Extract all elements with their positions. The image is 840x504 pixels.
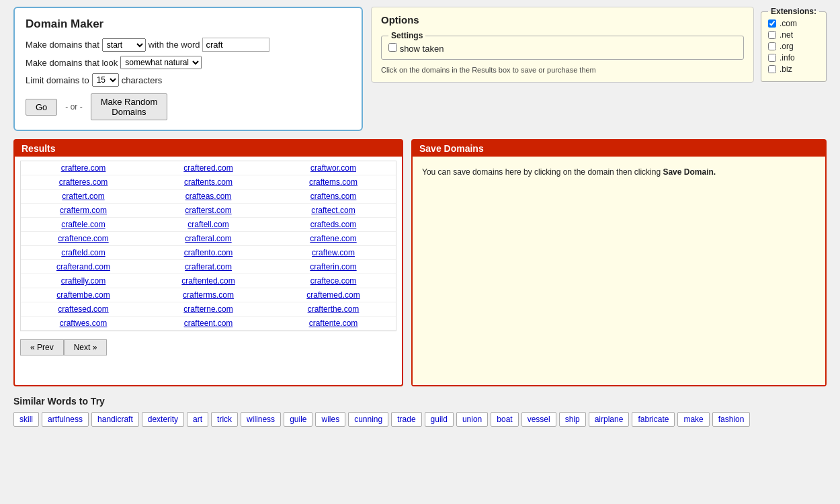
similar-word-link[interactable]: airplane (589, 412, 630, 427)
options-box: Options Settings show taken Click on the… (371, 7, 754, 83)
line3-suffix: characters (122, 75, 163, 85)
similar-words-section: Similar Words to Try skillartfulnesshand… (13, 396, 827, 427)
similar-word-link[interactable]: guild (425, 412, 454, 427)
limit-select[interactable]: 10 12 15 20 25 (92, 73, 119, 87)
save-bold-text: Save Domain. (663, 167, 716, 177)
extension-label: .info (780, 53, 795, 62)
natural-select[interactable]: somewhat natural very natural any (120, 56, 202, 69)
similar-word-link[interactable]: handicraft (91, 412, 139, 427)
extension-checkbox[interactable] (768, 42, 776, 50)
extension-item[interactable]: .com (768, 19, 819, 28)
domain-result-link[interactable]: craftente.com (271, 317, 396, 331)
line1-prefix: Make domains that (26, 40, 99, 50)
domain-result-link[interactable]: craftents.com (146, 175, 271, 190)
domain-result-link[interactable]: crafteent.com (146, 317, 271, 331)
or-text: - or - (65, 102, 82, 112)
domain-maker-box: Domain Maker Make domains that start end… (13, 7, 363, 131)
similar-word-link[interactable]: cunning (348, 412, 388, 427)
save-domains-header: Save Domains (413, 140, 825, 157)
make-random-button[interactable]: Make Random Domains (91, 93, 168, 120)
domain-result-link[interactable]: craftwes.com (21, 317, 146, 331)
extension-item[interactable]: .biz (768, 65, 819, 74)
line3-prefix: Limit domains to (26, 75, 89, 85)
domain-result-link[interactable]: crafterthe.com (271, 302, 396, 317)
extension-label: .org (780, 42, 794, 51)
domain-result-link[interactable]: craftems.com (271, 175, 396, 190)
domain-result-link[interactable]: craftemed.com (271, 288, 396, 302)
domain-result-link[interactable]: crafterat.com (146, 260, 271, 274)
show-taken-label[interactable]: show taken (388, 44, 444, 54)
similar-word-link[interactable]: boat (491, 412, 518, 427)
domain-result-link[interactable]: craftered.com (146, 161, 271, 175)
extension-label: .biz (780, 65, 792, 74)
domain-result-link[interactable]: craftesed.com (21, 302, 146, 317)
start-select[interactable]: start end contain (102, 38, 146, 52)
extension-item[interactable]: .net (768, 30, 819, 40)
domain-result-link[interactable]: crafterm.com (21, 204, 146, 218)
extension-checkbox[interactable] (768, 31, 776, 39)
domain-result-link[interactable]: craftene.com (271, 232, 396, 246)
similar-word-link[interactable]: artfulness (42, 412, 89, 427)
similar-word-link[interactable]: wiles (315, 412, 345, 427)
similar-word-link[interactable]: wiliness (241, 412, 281, 427)
extension-checkbox[interactable] (768, 19, 776, 28)
domain-result-link[interactable]: craftelly.com (21, 274, 146, 288)
similar-word-link[interactable]: vessel (521, 412, 556, 427)
similar-word-link[interactable]: skill (13, 412, 39, 427)
domain-result-link[interactable]: craftere.com (21, 161, 146, 175)
go-button[interactable]: Go (26, 99, 57, 116)
domain-result-link[interactable]: craftento.com (146, 246, 271, 260)
similar-word-link[interactable]: art (187, 412, 208, 427)
similar-word-link[interactable]: ship (559, 412, 586, 427)
domain-result-link[interactable]: craftence.com (21, 232, 146, 246)
similar-word-link[interactable]: make (677, 412, 709, 427)
next-button[interactable]: Next » (64, 339, 108, 355)
save-domains-box: Save Domains You can save domains here b… (411, 139, 827, 386)
domain-result-link[interactable]: craftert.com (21, 190, 146, 204)
line2-prefix: Make domains that look (26, 58, 118, 68)
similar-word-link[interactable]: dexterity (142, 412, 184, 427)
domain-result-link[interactable]: crafteds.com (271, 218, 396, 232)
similar-word-link[interactable]: union (456, 412, 488, 427)
domain-result-link[interactable]: crafterand.com (21, 260, 146, 274)
similar-words-list: skillartfulnesshandicraftdexterityarttri… (13, 412, 827, 427)
domain-result-link[interactable]: craftew.com (271, 246, 396, 260)
domain-result-link[interactable]: crafterst.com (146, 204, 271, 218)
domain-result-link[interactable]: crafteas.com (146, 190, 271, 204)
extension-item[interactable]: .info (768, 53, 819, 62)
extensions-fieldset: Extensions: .com.net.org.info.biz (761, 7, 827, 82)
options-title: Options (381, 14, 744, 26)
domain-result-link[interactable]: crafterin.com (271, 260, 396, 274)
domain-result-link[interactable]: craftece.com (271, 274, 396, 288)
line1-suffix: with the word (149, 40, 200, 50)
domain-maker-title: Domain Maker (26, 17, 351, 31)
similar-word-link[interactable]: fabricate (632, 412, 675, 427)
domain-result-link[interactable]: crafterms.com (146, 288, 271, 302)
settings-fieldset: Settings show taken (381, 31, 744, 60)
similar-word-link[interactable]: fashion (712, 412, 751, 427)
similar-word-link[interactable]: trade (391, 412, 421, 427)
extension-checkbox[interactable] (768, 54, 776, 62)
domain-result-link[interactable]: crafteral.com (146, 232, 271, 246)
domain-result-link[interactable]: craftell.com (146, 218, 271, 232)
domain-result-link[interactable]: craftwor.com (271, 161, 396, 175)
domain-result-link[interactable]: crafteres.com (21, 175, 146, 190)
domain-result-link[interactable]: crafteld.com (21, 246, 146, 260)
similar-word-link[interactable]: guile (284, 412, 312, 427)
settings-legend: Settings (388, 31, 425, 40)
results-grid: craftere.comcraftered.comcraftwor.comcra… (20, 161, 396, 331)
domain-result-link[interactable]: crafterne.com (146, 302, 271, 317)
extension-item[interactable]: .org (768, 42, 819, 51)
word-input[interactable] (202, 38, 269, 52)
domain-result-link[interactable]: craftens.com (271, 190, 396, 204)
results-header: Results (15, 140, 402, 157)
extension-checkbox[interactable] (768, 65, 776, 73)
extension-label: .com (780, 19, 797, 28)
domain-result-link[interactable]: craftele.com (21, 218, 146, 232)
domain-result-link[interactable]: craftented.com (146, 274, 271, 288)
domain-result-link[interactable]: craftembe.com (21, 288, 146, 302)
show-taken-checkbox[interactable] (388, 43, 397, 52)
similar-word-link[interactable]: trick (211, 412, 238, 427)
domain-result-link[interactable]: craftect.com (271, 204, 396, 218)
prev-button[interactable]: « Prev (20, 339, 64, 355)
